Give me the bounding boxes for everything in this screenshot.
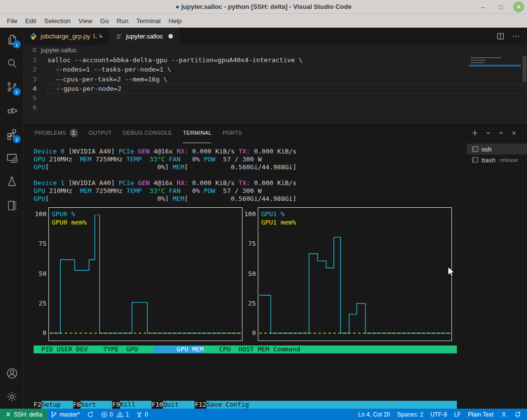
minimap[interactable] xyxy=(471,57,520,79)
minimize-button[interactable]: – xyxy=(478,1,488,12)
eol-sequence[interactable]: LF xyxy=(450,411,464,418)
language-mode[interactable]: Plain Text xyxy=(464,411,497,418)
menu-go[interactable]: Go xyxy=(96,16,113,26)
header-left: PID USER DEV TYPE GPU xyxy=(34,345,154,353)
account-icon[interactable] xyxy=(0,361,24,385)
editor-scrollbar[interactable] xyxy=(522,55,527,84)
errors-count: 0 xyxy=(110,411,113,418)
panel-tab-output[interactable]: OUTPUT xyxy=(89,123,112,143)
cursor-position[interactable]: Ln 4, Col 20 xyxy=(355,411,394,418)
tab-label: jupyter.salloc xyxy=(126,33,163,40)
notebook-icon[interactable] xyxy=(0,193,24,217)
panel-tab-label: OUTPUT xyxy=(89,130,112,136)
terminal-suffix: release xyxy=(499,157,518,163)
extensions-icon[interactable]: 2 xyxy=(0,122,24,146)
bell-icon xyxy=(514,411,521,418)
terminal-label: ssh xyxy=(482,146,491,153)
editor-line-3[interactable]: 3 --cpus-per-task=2 --mem=16g \ xyxy=(24,75,527,84)
menu-run[interactable]: Run xyxy=(113,16,132,26)
indent-guide xyxy=(58,65,59,93)
panel-tab-ports[interactable]: PORTS xyxy=(222,123,242,143)
menu-terminal[interactable]: Terminal xyxy=(132,16,164,26)
maximize-panel-icon[interactable] xyxy=(498,130,504,136)
terminal-output-line: Device 0 [NVIDIA A40] PCIe GEN 4@16x RX:… xyxy=(34,148,467,155)
editor-line-5[interactable]: 5 xyxy=(24,93,527,103)
code-editor[interactable]: 1salloc --account=bbka-delta-gpu --parti… xyxy=(24,55,527,122)
git-branch-status[interactable]: master* xyxy=(47,411,83,418)
header-right: CPU HOST MEM Command xyxy=(203,345,300,353)
remote-label: SSH: delta xyxy=(14,411,42,418)
line-number: 1 xyxy=(24,55,47,65)
close-panel-icon[interactable] xyxy=(511,130,517,136)
code-text: salloc --account=bbka-delta-gpu --partit… xyxy=(47,55,527,65)
explorer-icon[interactable]: 1 xyxy=(0,28,24,51)
problems-status[interactable]: 0 1 xyxy=(97,411,132,418)
maximize-button[interactable]: □ xyxy=(495,1,506,12)
panel-tab-terminal[interactable]: TERMINAL xyxy=(183,123,211,143)
y-axis-tick: 0 xyxy=(252,329,256,337)
breadcrumb[interactable]: jupyter.salloc xyxy=(24,45,527,55)
menu-file[interactable]: File xyxy=(3,16,21,26)
search-icon[interactable] xyxy=(0,51,24,75)
menu-selection[interactable]: Selection xyxy=(40,16,74,26)
more-actions-icon[interactable] xyxy=(512,32,520,40)
file-lines-icon xyxy=(32,47,38,53)
tab-jupyter-salloc[interactable]: jupyter.salloc xyxy=(110,28,179,45)
warnings-count: 1 xyxy=(125,411,129,418)
testing-icon[interactable] xyxy=(0,170,24,193)
remote-icon xyxy=(5,411,11,418)
terminal-output-line: Device 1 [NVIDIA A40] PCIe GEN 4@16x RX:… xyxy=(34,179,467,187)
y-axis-tick: 75 xyxy=(39,240,46,248)
editor-tab-bar: jobcharge_grp.py 1, ↳ jupyter.salloc xyxy=(24,28,527,45)
split-editor-icon[interactable] xyxy=(496,32,505,40)
python-file-icon xyxy=(30,33,37,40)
y-axis-tick: 100 xyxy=(244,210,256,218)
fkey-f2: F2 xyxy=(34,401,41,409)
line-number: 3 xyxy=(24,75,47,84)
terminal-viewport[interactable]: Device 0 [NVIDIA A40] PCIe GEN 4@16x RX:… xyxy=(24,144,467,409)
chart-legend: GPU1 %GPU1 mem% xyxy=(261,210,296,227)
legend-entry: GPU1 % xyxy=(261,210,296,218)
new-terminal-icon[interactable] xyxy=(471,129,479,137)
problems-badge: 1 xyxy=(70,129,78,137)
mouse-cursor xyxy=(447,267,456,277)
unsaved-dot-icon[interactable] xyxy=(168,34,173,38)
terminal-output-line: GPU[ 0%] MEM[ 0.560Gi/44.988Gi] xyxy=(34,195,467,203)
encoding[interactable]: UTF-8 xyxy=(427,411,450,418)
terminal-dropdown-icon[interactable] xyxy=(485,130,491,136)
sync-status[interactable] xyxy=(83,411,97,418)
terminal-instance-ssh[interactable]: ssh xyxy=(467,144,527,154)
feedback-icon[interactable] xyxy=(497,411,511,418)
ports-status[interactable]: 0 xyxy=(132,411,152,418)
source-control-icon[interactable]: 5 xyxy=(0,75,24,99)
terminal-icon xyxy=(472,146,479,153)
close-button[interactable]: ✕ xyxy=(513,1,524,12)
editor-line-4[interactable]: 4 --gpus-per-node=2 xyxy=(24,84,527,93)
explorer-badge: 1 xyxy=(13,40,21,48)
editor-line-6[interactable]: 6 xyxy=(24,103,527,112)
chart-legend: GPU0 %GPU0 mem% xyxy=(52,210,86,227)
menu-help[interactable]: Help xyxy=(164,16,186,26)
menubar: FileEditSelectionViewGoRunTerminalHelp xyxy=(0,14,527,28)
remote-indicator[interactable]: SSH: delta xyxy=(0,409,47,420)
run-debug-icon[interactable] xyxy=(0,99,24,122)
panel-tab-label: PROBLEMS xyxy=(35,130,66,136)
tab-jobcharge-grp-py[interactable]: jobcharge_grp.py 1, ↳ xyxy=(24,28,110,45)
code-text xyxy=(47,93,527,103)
remote-explorer-icon[interactable] xyxy=(0,146,24,170)
panel-tab-problems[interactable]: PROBLEMS1 xyxy=(35,123,78,143)
menu-view[interactable]: View xyxy=(75,16,96,26)
settings-gear-icon[interactable] xyxy=(0,385,24,409)
panel-tab-debug-console[interactable]: DEBUG CONSOLE xyxy=(123,123,172,143)
editor-line-1[interactable]: 1salloc --account=bbka-delta-gpu --parti… xyxy=(24,55,527,65)
menu-edit[interactable]: Edit xyxy=(21,16,40,26)
tab-problems-decoration: 1, ↳ xyxy=(92,33,103,39)
editor-line-2[interactable]: 2 --nodes=1 --tasks-per-node=1 \ xyxy=(24,65,527,74)
status-bar: SSH: delta master* 0 1 0 Ln 4, Col 20 Sp… xyxy=(0,409,527,420)
terminal-icon xyxy=(472,156,479,163)
fkey-f9: F9 xyxy=(112,401,120,409)
line-number: 6 xyxy=(24,103,47,112)
terminal-instance-bash[interactable]: bashrelease xyxy=(467,154,527,165)
indentation[interactable]: Spaces: 2 xyxy=(394,411,427,418)
notifications-bell[interactable] xyxy=(511,411,527,418)
